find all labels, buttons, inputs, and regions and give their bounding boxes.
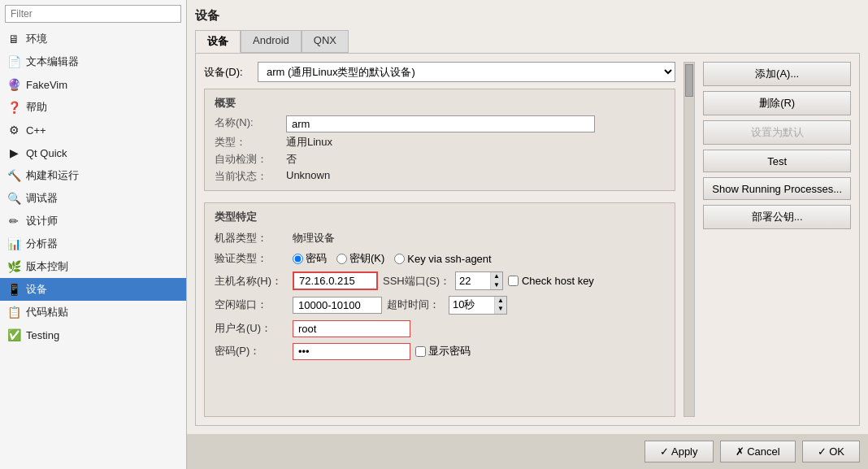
timeout-down[interactable]: ▼ <box>494 305 506 313</box>
password-row: 密码(P)： 显示密码 <box>215 343 665 360</box>
name-input[interactable] <box>286 115 595 132</box>
auth-key-option[interactable]: 密钥(K) <box>336 251 384 266</box>
host-label: 主机名称(H)： <box>215 274 288 289</box>
free-port-row: 空闲端口： 超时时间： ▲ ▼ <box>215 296 665 315</box>
password-input[interactable] <box>293 343 410 360</box>
remove-button[interactable]: 删除(R) <box>703 91 851 115</box>
host-input[interactable] <box>293 271 378 290</box>
tabs-row: 设备 Android QNX <box>195 30 860 53</box>
ssh-port-spinner: ▲ ▼ <box>455 271 503 290</box>
auth-radio-group: 密码 密钥(K) Key via ssh-agent <box>293 251 492 266</box>
machine-type-row: 机器类型： 物理设备 <box>215 231 665 245</box>
sidebar-item-analyzer[interactable]: 📊分析器 <box>0 232 186 255</box>
timeout-input[interactable] <box>449 297 494 313</box>
ssh-port-label: SSH端口(S)： <box>383 274 450 289</box>
sidebar-item-version-control[interactable]: 🌿版本控制 <box>0 255 186 278</box>
tab-content: 设备(D): arm (通用Linux类型的默认设备) 概要 名称(N): 类型… <box>195 53 860 426</box>
auth-type-row: 验证类型： 密码 密钥(K) <box>215 251 665 266</box>
sidebar-item-environment[interactable]: 🖥环境 <box>0 28 186 50</box>
cancel-button[interactable]: ✗ Cancel <box>720 441 796 462</box>
ssh-port-spinner-btns: ▲ ▼ <box>490 272 502 289</box>
free-port-label: 空闲端口： <box>215 297 288 312</box>
fakevim-icon: 🔮 <box>7 77 21 92</box>
show-processes-button[interactable]: Show Running Processes... <box>703 177 851 200</box>
type-section-title: 类型特定 <box>215 210 665 224</box>
analyzer-icon: 📊 <box>7 237 21 251</box>
sidebar-item-help[interactable]: ❓帮助 <box>0 96 186 119</box>
sidebar-item-debugger[interactable]: 🔍调试器 <box>0 187 186 210</box>
sidebar-label-text-editor: 文本编辑器 <box>26 54 79 69</box>
sidebar-item-text-editor[interactable]: 📄文本编辑器 <box>0 50 186 73</box>
right-buttons: 添加(A)... 删除(R) 设置为默认 Test Show Running P… <box>703 62 851 417</box>
sidebar-item-designer[interactable]: ✏设计师 <box>0 210 186 232</box>
username-row: 用户名(U)： <box>215 320 665 337</box>
version-control-icon: 🌿 <box>7 259 21 274</box>
filter-input[interactable] <box>5 5 181 23</box>
auth-type-label: 验证类型： <box>215 251 288 266</box>
scrollbar[interactable] <box>684 62 695 417</box>
auth-key-radio[interactable] <box>336 254 347 264</box>
show-password-checkbox[interactable] <box>415 346 426 357</box>
sidebar-item-build-run[interactable]: 🔨构建和运行 <box>0 164 186 187</box>
status-value: Unknown <box>286 169 665 184</box>
devices-icon: 📱 <box>7 282 21 297</box>
sidebar-label-designer: 设计师 <box>26 214 58 228</box>
machine-type-label: 机器类型： <box>215 231 288 245</box>
auth-password-label: 密码 <box>306 251 327 266</box>
testing-icon: ✅ <box>7 328 21 342</box>
sidebar-label-devices: 设备 <box>26 282 47 297</box>
summary-title: 概要 <box>215 96 665 111</box>
ok-button[interactable]: ✓ OK <box>802 441 860 462</box>
auth-ssh-option[interactable]: Key via ssh-agent <box>394 253 491 265</box>
auth-ssh-label: Key via ssh-agent <box>407 253 491 265</box>
type-value: 通用Linux <box>286 135 665 150</box>
username-input[interactable] <box>293 320 410 337</box>
device-select[interactable]: arm (通用Linux类型的默认设备) <box>258 62 675 82</box>
free-port-input[interactable] <box>293 297 382 314</box>
sidebar-label-analyzer: 分析器 <box>26 237 58 251</box>
autodetect-value: 否 <box>286 152 665 167</box>
deploy-key-button[interactable]: 部署公钥... <box>703 205 851 229</box>
ssh-port-up[interactable]: ▲ <box>490 272 502 280</box>
bottom-bar: ✓ Apply ✗ Cancel ✓ OK <box>187 434 868 469</box>
test-button[interactable]: Test <box>703 150 851 172</box>
ssh-port-down[interactable]: ▼ <box>490 281 502 289</box>
sidebar-item-devices[interactable]: 📱设备 <box>0 278 186 301</box>
auth-ssh-radio[interactable] <box>394 254 405 264</box>
sidebar-label-version-control: 版本控制 <box>26 259 68 274</box>
sidebar-item-fakevim[interactable]: 🔮FakeVim <box>0 73 186 96</box>
content-area: 设备 设备 Android QNX 设备(D): arm (通用Linux类型的… <box>187 0 868 434</box>
auth-password-option[interactable]: 密码 <box>293 251 327 266</box>
sidebar-item-code-paste[interactable]: 📋代码粘贴 <box>0 301 186 324</box>
sidebar-item-cpp[interactable]: ⚙C++ <box>0 119 186 141</box>
auth-password-radio[interactable] <box>293 254 303 264</box>
sidebar-label-help: 帮助 <box>26 100 47 115</box>
sidebar-label-environment: 环境 <box>26 32 47 46</box>
sidebar-item-qt-quick[interactable]: ▶Qt Quick <box>0 141 186 164</box>
environment-icon: 🖥 <box>7 32 21 46</box>
sidebar-item-testing[interactable]: ✅Testing <box>0 324 186 346</box>
tab-android[interactable]: Android <box>241 30 302 53</box>
type-section: 类型特定 机器类型： 物理设备 验证类型： <box>204 202 675 417</box>
type-label: 类型： <box>215 135 280 150</box>
apply-button[interactable]: ✓ Apply <box>644 441 713 462</box>
help-icon: ❓ <box>7 100 21 115</box>
timeout-spinner: ▲ ▼ <box>449 296 507 315</box>
tab-devices[interactable]: 设备 <box>195 30 241 53</box>
host-row: 主机名称(H)： SSH端口(S)： ▲ ▼ <box>215 271 665 290</box>
summary-section: 概要 名称(N): 类型： 通用Linux 自动检测： 否 当前状态： <box>204 89 675 191</box>
add-button[interactable]: 添加(A)... <box>703 62 851 86</box>
ssh-port-input[interactable] <box>456 273 490 289</box>
check-host-key-checkbox[interactable] <box>508 276 519 286</box>
tab-qnx[interactable]: QNX <box>302 30 349 53</box>
sidebar-label-fakevim: FakeVim <box>26 79 67 91</box>
scroll-thumb[interactable] <box>685 64 693 97</box>
timeout-spinner-btns: ▲ ▼ <box>494 297 506 314</box>
show-password-label[interactable]: 显示密码 <box>415 344 471 358</box>
qt-quick-icon: ▶ <box>7 145 21 160</box>
timeout-up[interactable]: ▲ <box>494 297 506 305</box>
sidebar-label-cpp: C++ <box>26 124 46 137</box>
page-title: 设备 <box>195 8 860 24</box>
check-host-key-label[interactable]: Check host key <box>508 275 594 287</box>
set-default-button[interactable]: 设置为默认 <box>703 120 851 145</box>
